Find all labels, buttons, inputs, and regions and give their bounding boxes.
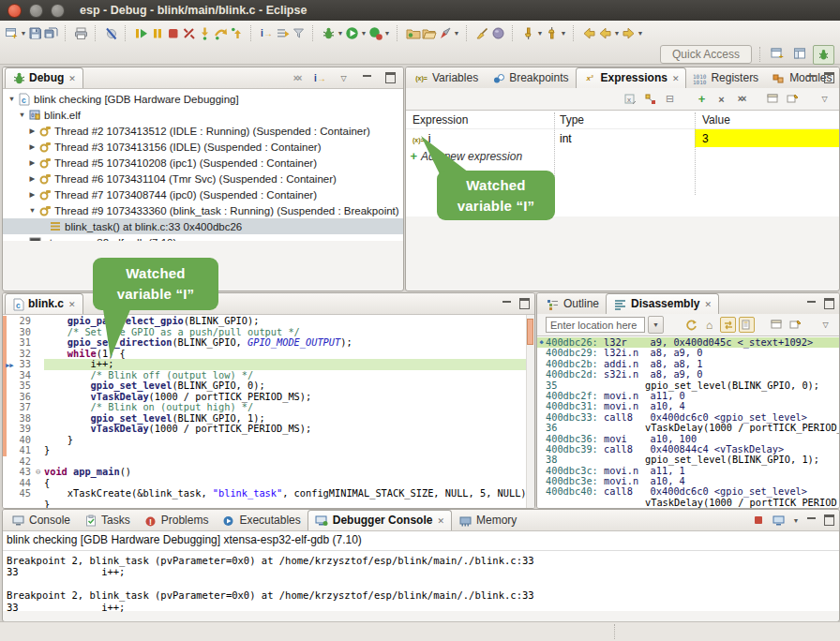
open-folder-icon[interactable] [421, 25, 437, 41]
launch-dropdown-icon[interactable]: ▼ [453, 30, 460, 37]
show-types-icon[interactable]: x [622, 91, 638, 107]
disassembly-line[interactable]: 36vTaskDelay(1000 / portTICK_PERIOD_MS); [537, 423, 839, 433]
tree-expander-icon[interactable]: ▶ [27, 190, 38, 199]
tab-expressions[interactable]: x²Expressions✕ [576, 67, 687, 88]
new-wizard-dropdown-icon[interactable]: ▼ [20, 30, 27, 37]
terminate-icon[interactable] [165, 25, 181, 41]
tab-blink-c-close-icon[interactable]: ✕ [68, 300, 76, 309]
quick-access-button[interactable]: Quick Access [660, 45, 752, 64]
tab-debug[interactable]: Debug ✕ [5, 67, 83, 88]
maximize-icon[interactable] [382, 70, 398, 86]
open-perspective-button[interactable]: + [768, 45, 788, 63]
select-logical-icon[interactable] [642, 91, 658, 107]
instruction-step-icon[interactable]: i→ [312, 70, 328, 86]
tree-expander-icon[interactable]: ▶ [27, 142, 38, 151]
console-output[interactable]: Breakpoint 2, blink_task (pvParameter=0x… [3, 551, 839, 611]
code-line[interactable]: 43⊖void app_main() [3, 467, 534, 478]
save-icon[interactable] [27, 25, 43, 41]
debug-dropdown-icon[interactable]: ▼ [337, 30, 344, 37]
tab-close-icon[interactable]: ✕ [672, 74, 680, 83]
sphere-icon[interactable] [490, 25, 506, 41]
remove-all-expressions-icon[interactable]: ×× [733, 91, 749, 107]
tab-variables[interactable]: (x)=Variables [408, 68, 485, 88]
step-return-icon[interactable] [229, 25, 245, 41]
skip-breakpoints-icon[interactable] [103, 25, 119, 41]
tab-close-icon[interactable]: ✕ [437, 516, 444, 526]
tree-expander-icon[interactable]: ▼ [7, 95, 17, 103]
home-icon[interactable]: ⌂ [701, 317, 717, 333]
new-view-icon[interactable] [769, 317, 785, 333]
run-icon[interactable] [344, 25, 360, 41]
tab-blink-c[interactable]: c blink.c ✕ [5, 293, 83, 314]
suspend-icon[interactable] [149, 25, 165, 41]
overview-ruler[interactable] [526, 315, 534, 509]
disassembly-line[interactable]: vTaskDelay(1000 / portTICK_PERIOD_MS); [537, 498, 839, 508]
tab-outline[interactable]: Outline [539, 294, 606, 314]
column-expression[interactable]: Expression [406, 113, 554, 127]
last-edit-icon[interactable] [581, 25, 597, 41]
window-minimize-button[interactable] [29, 4, 43, 18]
column-divider[interactable] [695, 112, 696, 195]
debug-tree-row[interactable]: ▼Thread #9 1073433360 (blink_task : Runn… [3, 202, 403, 218]
profile-icon[interactable] [368, 25, 383, 41]
view-menu-icon[interactable]: ▽ [336, 70, 352, 86]
step-into-icon[interactable] [197, 25, 213, 41]
back-dropdown-icon[interactable]: ▼ [613, 30, 621, 37]
code-line[interactable]: } [3, 499, 534, 510]
add-expression-icon[interactable]: + [694, 91, 710, 107]
pin-down-icon[interactable] [520, 25, 536, 41]
show-source-icon[interactable] [739, 317, 755, 333]
debug-tree-row[interactable]: ▶Thread #5 1073410208 (ipc1) (Suspended … [3, 155, 403, 171]
new-view-icon[interactable] [765, 91, 781, 107]
tab-memory[interactable]: Memory [452, 511, 523, 530]
collapse-all-icon[interactable]: ⊟ [662, 91, 678, 107]
disassembly-line[interactable]: 38gpio_set_level(BLINK_GPIO, 1); [537, 455, 839, 465]
display-console-icon[interactable] [772, 514, 785, 526]
print-icon[interactable] [73, 25, 89, 41]
disassembly-line[interactable]: 400dbc2d:s32i.n a8, a9, 0 [537, 369, 839, 380]
refresh-icon[interactable] [682, 317, 698, 333]
tab-console[interactable]: Console [5, 511, 77, 530]
tree-expander-icon[interactable]: ▶ [27, 127, 38, 135]
minimize-icon[interactable] [359, 70, 375, 86]
debug-tree-row[interactable]: ▶Thread #7 1073408744 (ipc0) (Suspended … [3, 186, 403, 202]
window-close-button[interactable] [8, 4, 22, 18]
launch-icon[interactable] [437, 25, 453, 41]
minimize-icon[interactable] [502, 300, 512, 308]
debug-tree-row[interactable]: >_xtensa-esp32-elf-gdb (7.10) [3, 234, 403, 241]
clean-brush-icon[interactable] [474, 25, 490, 41]
code-line[interactable]: 41} [3, 445, 534, 456]
resume-icon[interactable] [133, 25, 149, 41]
pin-up-dropdown-icon[interactable]: ▼ [560, 30, 567, 37]
sync-selection-icon[interactable] [720, 317, 736, 333]
instruction-step-icon[interactable]: i→ [259, 25, 275, 41]
location-input[interactable]: Enter location here [546, 317, 645, 333]
terminate-console-icon[interactable] [753, 514, 764, 526]
code-line[interactable]: 39 vTaskDelay(1000 / portTICK_PERIOD_MS)… [3, 424, 534, 435]
debug-perspective-button[interactable] [813, 45, 834, 65]
disassembly-listing[interactable]: ◆400dbc26:l32r a9, 0x400d045c <_stext+10… [537, 335, 839, 508]
code-line[interactable]: 40 } [3, 435, 534, 446]
maximize-icon[interactable] [519, 298, 530, 309]
debug-tree-row[interactable]: ▼01blink.elf [3, 107, 403, 123]
debug-tree-row[interactable]: ▶Thread #3 1073413156 (IDLE) (Suspended … [3, 139, 403, 155]
forward-icon[interactable] [621, 25, 637, 41]
tree-expander-icon[interactable]: ▶ [27, 158, 38, 167]
remove-expression-icon[interactable]: × [713, 91, 729, 107]
view-menu-icon[interactable]: ▽ [818, 317, 833, 333]
pin-down-dropdown-icon[interactable]: ▼ [536, 30, 544, 37]
debug-tree-row[interactable]: ▼cblink checking [GDB Hardware Debugging… [3, 91, 403, 107]
debug-tree-row[interactable]: ▶Thread #6 1073431104 (Tmr Svc) (Suspend… [3, 171, 403, 186]
step-filters-icon[interactable] [291, 25, 307, 41]
remove-all-terminated-icon[interactable]: ×× [289, 70, 305, 86]
profile-dropdown-icon[interactable]: ▼ [383, 30, 391, 37]
show-execution-icon[interactable] [275, 25, 291, 41]
window-maximize-button[interactable] [51, 4, 65, 18]
location-dropdown-icon[interactable]: ▼ [648, 316, 664, 334]
save-all-icon[interactable] [43, 25, 59, 41]
console-dropdown-icon[interactable]: ▼ [792, 517, 800, 524]
forward-dropdown-icon[interactable]: ▼ [637, 30, 644, 37]
tab-disassembly[interactable]: Disassembly✕ [606, 293, 719, 314]
disconnect-icon[interactable] [181, 25, 197, 41]
fold-marker-icon[interactable]: ⊖ [36, 467, 44, 478]
